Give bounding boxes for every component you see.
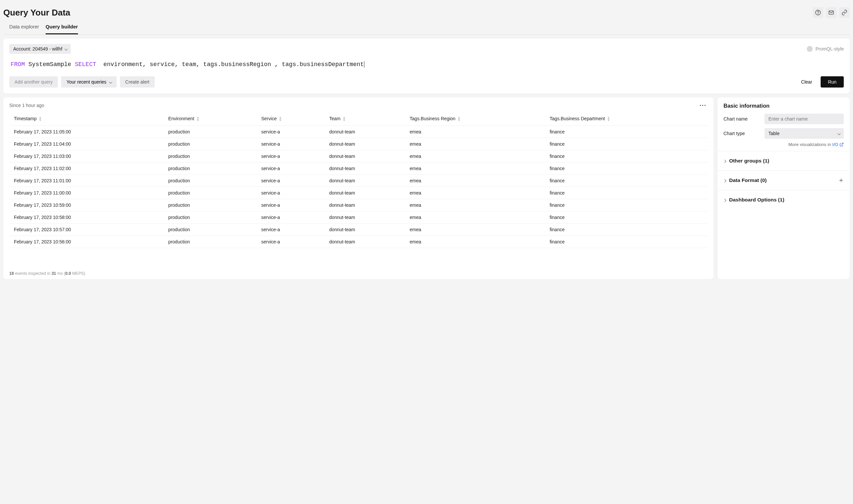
cell-region: emea — [405, 162, 545, 175]
query-panel: Account: 204549 - willhf PromQL-style FR… — [3, 39, 850, 93]
col-service[interactable]: Service▲▼ — [257, 112, 325, 126]
cell-timestamp: February 17, 2023 11:05:00 — [9, 126, 163, 138]
section-other-groups[interactable]: Other groups (1) — [724, 153, 844, 168]
chevron-down-icon — [109, 79, 111, 85]
section-data-format[interactable]: Data Format (0) — [724, 173, 844, 188]
chevron-down-icon — [837, 131, 840, 136]
section-dashboard-options[interactable]: Dashboard Options (1) — [724, 192, 844, 208]
mail-icon[interactable] — [826, 7, 836, 18]
sort-icon: ▲▼ — [607, 116, 610, 122]
cell-team: donnut-team — [324, 211, 405, 223]
time-range-label: Since 1 hour ago — [9, 103, 44, 108]
cell-service: service-a — [257, 162, 325, 175]
col-department[interactable]: Tags.Business Department▲▼ — [545, 112, 708, 126]
results-table: Timestamp▲▼ Environment▲▼ Service▲▼ Team… — [9, 112, 708, 248]
table-row[interactable]: February 17, 2023 11:00:00productionserv… — [9, 187, 708, 199]
cell-service: service-a — [257, 175, 325, 187]
query-stats: 18 events inspected in 31 ms (0.0 MEPS) — [9, 248, 708, 276]
table-row[interactable]: February 17, 2023 10:58:00productionserv… — [9, 211, 708, 223]
cell-department: finance — [545, 126, 708, 138]
sort-icon: ▲▼ — [279, 116, 282, 122]
io-link[interactable]: I/O — [832, 142, 844, 147]
plus-icon[interactable] — [838, 178, 844, 183]
chart-name-label: Chart name — [724, 116, 760, 122]
cell-service: service-a — [257, 211, 325, 223]
table-row[interactable]: February 17, 2023 11:01:00productionserv… — [9, 175, 708, 187]
cell-team: donnut-team — [324, 126, 405, 138]
recent-queries-button[interactable]: Your recent queries — [61, 76, 117, 88]
svg-point-3 — [700, 105, 701, 106]
table-row[interactable]: February 17, 2023 11:03:00productionserv… — [9, 150, 708, 162]
cell-region: emea — [405, 138, 545, 150]
cell-region: emea — [405, 187, 545, 199]
cell-team: donnut-team — [324, 162, 405, 175]
cell-environment: production — [163, 162, 256, 175]
chevron-right-icon — [724, 197, 726, 202]
cell-team: donnut-team — [324, 150, 405, 162]
cell-timestamp: February 17, 2023 11:01:00 — [9, 175, 163, 187]
data-format-title: Data Format (0) — [729, 177, 767, 183]
cell-department: finance — [545, 150, 708, 162]
run-button[interactable]: Run — [821, 76, 844, 88]
table-row[interactable]: February 17, 2023 10:56:00productionserv… — [9, 236, 708, 248]
cell-timestamp: February 17, 2023 10:58:00 — [9, 211, 163, 223]
svg-point-4 — [702, 105, 703, 106]
cell-region: emea — [405, 223, 545, 236]
results-panel: Since 1 hour ago Timestamp▲▼ Environment… — [3, 97, 714, 279]
cell-timestamp: February 17, 2023 11:00:00 — [9, 187, 163, 199]
cell-team: donnut-team — [324, 187, 405, 199]
cell-timestamp: February 17, 2023 10:59:00 — [9, 199, 163, 211]
cell-timestamp: February 17, 2023 11:04:00 — [9, 138, 163, 150]
cell-environment: production — [163, 223, 256, 236]
chevron-right-icon — [724, 158, 726, 163]
chevron-down-icon — [65, 46, 67, 52]
chart-type-label: Chart type — [724, 131, 760, 136]
sort-icon: ▲▼ — [458, 116, 461, 122]
table-row[interactable]: February 17, 2023 11:04:00productionserv… — [9, 138, 708, 150]
cell-region: emea — [405, 126, 545, 138]
tab-data-explorer[interactable]: Data explorer — [9, 20, 39, 34]
col-team[interactable]: Team▲▼ — [324, 112, 405, 126]
page-title: Query Your Data — [3, 7, 70, 18]
cell-service: service-a — [257, 199, 325, 211]
chart-type-value: Table — [768, 131, 779, 136]
query-editor[interactable]: FROM SystemSample SELECT environment, se… — [9, 54, 844, 76]
help-icon[interactable] — [813, 7, 823, 18]
basic-info-heading: Basic information — [724, 103, 844, 109]
more-menu-icon[interactable] — [698, 103, 708, 107]
create-alert-button[interactable]: Create alert — [120, 76, 155, 88]
cell-department: finance — [545, 211, 708, 223]
sort-icon: ▲▼ — [342, 116, 346, 122]
col-timestamp[interactable]: Timestamp▲▼ — [9, 112, 163, 126]
col-environment[interactable]: Environment▲▼ — [163, 112, 256, 126]
table-row[interactable]: February 17, 2023 11:02:00productionserv… — [9, 162, 708, 175]
col-region[interactable]: Tags.Business Region▲▼ — [405, 112, 545, 126]
cell-service: service-a — [257, 126, 325, 138]
account-label: Account: 204549 - willhf — [13, 46, 63, 52]
table-row[interactable]: February 17, 2023 10:59:00productionserv… — [9, 199, 708, 211]
chart-name-input[interactable] — [764, 114, 844, 124]
cell-region: emea — [405, 175, 545, 187]
table-row[interactable]: February 17, 2023 10:57:00productionserv… — [9, 223, 708, 236]
cell-department: finance — [545, 223, 708, 236]
cell-department: finance — [545, 138, 708, 150]
cell-timestamp: February 17, 2023 10:57:00 — [9, 223, 163, 236]
promql-toggle[interactable]: PromQL-style — [807, 46, 844, 52]
cell-timestamp: February 17, 2023 11:03:00 — [9, 150, 163, 162]
account-selector[interactable]: Account: 204549 - willhf — [9, 44, 71, 54]
cell-team: donnut-team — [324, 236, 405, 248]
clear-button[interactable]: Clear — [796, 76, 817, 88]
cell-region: emea — [405, 150, 545, 162]
svg-point-5 — [704, 105, 705, 106]
keyword-from: FROM — [11, 61, 25, 68]
chart-type-select[interactable]: Table — [764, 128, 844, 139]
add-another-query-button[interactable]: Add another query — [9, 76, 58, 88]
side-panel: Basic information Chart name Chart type … — [717, 97, 850, 279]
link-icon[interactable] — [839, 7, 850, 18]
cell-environment: production — [163, 199, 256, 211]
cell-timestamp: February 17, 2023 10:56:00 — [9, 236, 163, 248]
tab-query-builder[interactable]: Query builder — [46, 20, 78, 34]
table-row[interactable]: February 17, 2023 11:05:00productionserv… — [9, 126, 708, 138]
cell-service: service-a — [257, 150, 325, 162]
external-link-icon — [839, 142, 844, 147]
